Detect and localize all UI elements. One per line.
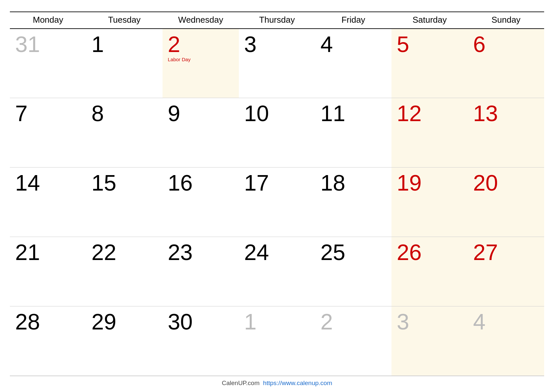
day-number: 13 [473, 102, 539, 124]
footer: CalenUP.com https://www.calenup.com [10, 376, 544, 389]
day-number: 15 [91, 171, 157, 194]
holiday-label: Labor Day [168, 57, 234, 62]
day-number: 17 [244, 171, 310, 194]
day-number: 3 [244, 33, 310, 55]
day-number: 14 [15, 171, 81, 194]
week-row-5: 2829301234 [10, 306, 544, 376]
day-cell: 7 [10, 98, 86, 168]
day-number: 6 [473, 33, 539, 55]
day-number: 28 [15, 310, 81, 333]
day-cell: 14 [10, 168, 86, 237]
header-wednesday: Wednesday [163, 12, 239, 29]
day-number: 4 [320, 33, 386, 55]
weekday-header-row: Monday Tuesday Wednesday Thursday Friday… [10, 12, 544, 29]
day-cell: 10 [239, 98, 315, 168]
day-number: 1 [244, 310, 310, 333]
day-number: 12 [397, 102, 463, 124]
week-row-1: 3112Labor Day3456 [10, 29, 544, 98]
week-row-4: 21222324252627 [10, 237, 544, 306]
day-number: 3 [397, 310, 463, 333]
day-number: 22 [91, 241, 157, 263]
day-cell: 12 [391, 98, 468, 168]
day-number: 18 [320, 171, 386, 194]
day-cell: 2Labor Day [163, 29, 239, 98]
day-cell: 8 [86, 98, 163, 168]
day-cell: 5 [391, 29, 468, 98]
day-cell: 18 [315, 168, 391, 237]
header-monday: Monday [10, 12, 86, 29]
day-cell: 21 [10, 237, 86, 306]
day-cell: 11 [315, 98, 391, 168]
week-row-2: 78910111213 [10, 98, 544, 168]
day-cell: 6 [468, 29, 544, 98]
header-tuesday: Tuesday [86, 12, 163, 29]
day-cell: 15 [86, 168, 163, 237]
day-cell: 4 [315, 29, 391, 98]
day-number: 23 [168, 241, 234, 263]
header-sunday: Sunday [468, 12, 544, 29]
day-cell: 3 [391, 306, 468, 376]
day-number: 9 [168, 102, 234, 124]
day-number: 20 [473, 171, 539, 194]
day-cell: 27 [468, 237, 544, 306]
day-number: 5 [397, 33, 463, 55]
day-number: 25 [320, 241, 386, 263]
day-number: 31 [15, 33, 81, 55]
day-number: 26 [397, 241, 463, 263]
day-number: 24 [244, 241, 310, 263]
day-number: 16 [168, 171, 234, 194]
day-cell: 1 [86, 29, 163, 98]
day-number: 2 [168, 33, 234, 55]
header-friday: Friday [315, 12, 391, 29]
day-number: 7 [15, 102, 81, 124]
calendar-table: Monday Tuesday Wednesday Thursday Friday… [10, 12, 544, 376]
day-number: 1 [91, 33, 157, 55]
day-cell: 4 [468, 306, 544, 376]
calendar-body: 3112Labor Day345678910111213141516171819… [10, 29, 544, 376]
day-cell: 13 [468, 98, 544, 168]
day-cell: 16 [163, 168, 239, 237]
day-cell: 31 [10, 29, 86, 98]
day-cell: 24 [239, 237, 315, 306]
day-cell: 17 [239, 168, 315, 237]
day-cell: 20 [468, 168, 544, 237]
day-cell: 2 [315, 306, 391, 376]
day-cell: 9 [163, 98, 239, 168]
day-number: 10 [244, 102, 310, 124]
calendar-container: Monday Tuesday Wednesday Thursday Friday… [0, 0, 554, 392]
day-number: 27 [473, 241, 539, 263]
day-cell: 26 [391, 237, 468, 306]
week-row-3: 14151617181920 [10, 168, 544, 237]
day-cell: 29 [86, 306, 163, 376]
day-number: 2 [320, 310, 386, 333]
day-number: 4 [473, 310, 539, 333]
day-cell: 30 [163, 306, 239, 376]
day-cell: 19 [391, 168, 468, 237]
day-number: 30 [168, 310, 234, 333]
day-cell: 3 [239, 29, 315, 98]
day-cell: 23 [163, 237, 239, 306]
day-number: 11 [320, 102, 386, 124]
header-thursday: Thursday [239, 12, 315, 29]
day-number: 8 [91, 102, 157, 124]
footer-brand: CalenUP.com [222, 379, 263, 386]
footer-url[interactable]: https://www.calenup.com [263, 379, 332, 386]
day-cell: 1 [239, 306, 315, 376]
header-saturday: Saturday [391, 12, 468, 29]
day-cell: 25 [315, 237, 391, 306]
day-number: 21 [15, 241, 81, 263]
day-number: 29 [91, 310, 157, 333]
day-number: 19 [397, 171, 463, 194]
day-cell: 28 [10, 306, 86, 376]
day-cell: 22 [86, 237, 163, 306]
